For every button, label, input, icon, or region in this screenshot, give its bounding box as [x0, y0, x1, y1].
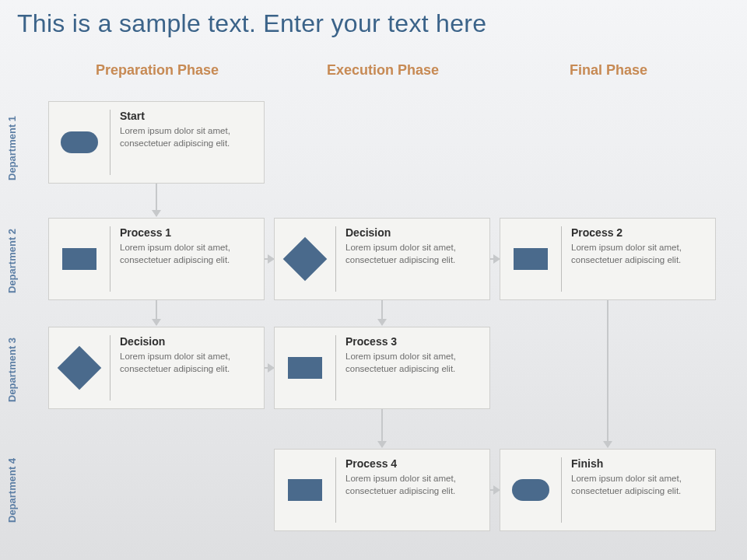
node-title: Process 1 — [120, 226, 254, 239]
node-desc: Lorem ipsum dolor sit amet, consectetuer… — [345, 351, 480, 375]
arrow-p2-to-finish — [607, 300, 608, 447]
node-decision-prep: Decision Lorem ipsum dolor sit amet, con… — [48, 327, 265, 409]
node-process-3: Process 3 Lorem ipsum dolor sit amet, co… — [274, 327, 490, 409]
swimlane-label-dept-2: Department 2 — [6, 218, 22, 303]
swimlane-label-dept-4: Department 4 — [6, 447, 22, 533]
node-desc: Lorem ipsum dolor sit amet, consectetuer… — [120, 125, 254, 149]
node-desc: Lorem ipsum dolor sit amet, consectetuer… — [120, 242, 254, 266]
phase-header-final: Final Phase — [500, 62, 717, 79]
node-desc: Lorem ipsum dolor sit amet, consectetuer… — [345, 473, 480, 497]
node-desc: Lorem ipsum dolor sit amet, consectetuer… — [571, 473, 706, 497]
arrow-start-to-p1 — [156, 184, 157, 216]
arrow-p1-to-dec2 — [265, 258, 274, 260]
node-title: Process 3 — [345, 335, 480, 348]
slide-title: This is a sample text. Enter your text h… — [17, 9, 486, 38]
swimlane-label-dept-1: Department 1 — [6, 105, 22, 191]
arrow-dec2-to-p3 — [381, 300, 383, 325]
process-icon — [288, 479, 322, 501]
node-start: Start Lorem ipsum dolor sit amet, consec… — [48, 101, 265, 184]
node-desc: Lorem ipsum dolor sit amet, consectetuer… — [345, 242, 480, 266]
arrow-p1-to-dec1 — [156, 300, 157, 325]
arrow-dec2-to-p2 — [490, 258, 500, 260]
node-title: Decision — [120, 335, 254, 348]
node-title: Process 2 — [571, 226, 706, 239]
node-title: Process 4 — [345, 457, 480, 470]
node-process-4: Process 4 Lorem ipsum dolor sit amet, co… — [274, 449, 490, 531]
process-icon — [62, 248, 96, 270]
arrow-p4-to-finish — [490, 489, 500, 491]
node-decision-exec: Decision Lorem ipsum dolor sit amet, con… — [274, 218, 490, 300]
terminator-icon — [512, 479, 549, 501]
arrow-dec1-to-p3 — [265, 367, 274, 369]
node-title: Decision — [345, 226, 480, 239]
process-icon — [288, 357, 322, 379]
node-process-1: Process 1 Lorem ipsum dolor sit amet, co… — [48, 218, 265, 300]
node-desc: Lorem ipsum dolor sit amet, consectetuer… — [120, 351, 254, 375]
node-desc: Lorem ipsum dolor sit amet, consectetuer… — [571, 242, 706, 266]
node-title: Finish — [571, 457, 706, 470]
node-finish: Finish Lorem ipsum dolor sit amet, conse… — [500, 449, 716, 531]
swimlane-diagram: Preparation Phase Execution Phase Final … — [0, 62, 747, 560]
decision-icon — [283, 237, 328, 282]
process-icon — [514, 248, 548, 270]
node-process-2: Process 2 Lorem ipsum dolor sit amet, co… — [500, 218, 716, 300]
decision-icon — [58, 346, 102, 390]
node-title: Start — [120, 110, 254, 122]
swimlane-label-dept-3: Department 3 — [6, 327, 22, 412]
phase-header-execution: Execution Phase — [274, 62, 492, 79]
phase-header-preparation: Preparation Phase — [48, 62, 266, 79]
terminator-icon — [61, 131, 98, 153]
arrow-p3-to-p4 — [381, 409, 383, 447]
